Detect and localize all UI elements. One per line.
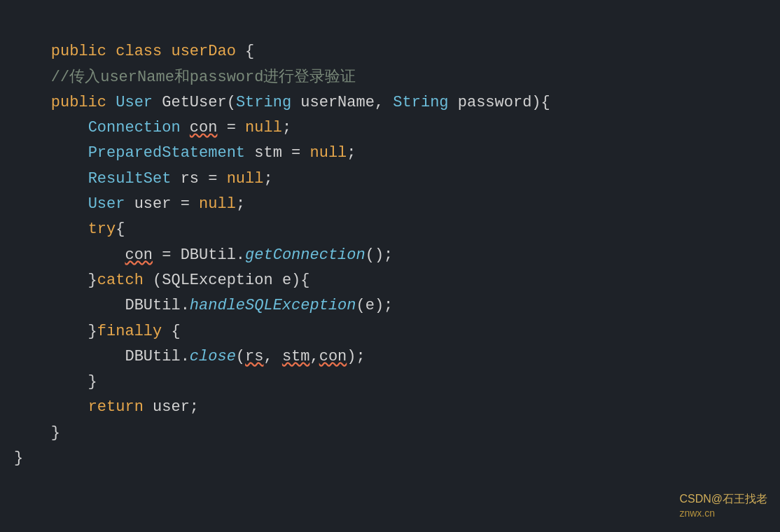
line-2: //传入userName和password进行登录验证 — [14, 69, 356, 86]
line-14: } — [14, 373, 97, 391]
line-15: return user; — [14, 398, 199, 416]
code-container: public class userDao { //传入userName和pass… — [0, 0, 780, 532]
line-17: } — [14, 449, 23, 467]
line-5: PreparedStatement stm = null; — [14, 144, 356, 162]
line-8: try{ — [14, 220, 125, 238]
line-4: Connection con = null; — [14, 119, 291, 136]
line-12: }finally { — [14, 323, 181, 340]
line-1: public class userDao { — [51, 43, 254, 60]
line-6: ResultSet rs = null; — [14, 170, 273, 188]
line-11: DBUtil.handleSQLException(e); — [14, 297, 393, 314]
watermark-csdn: CSDN — [679, 493, 711, 505]
watermark: CSDN@石王找老 znwx.cn — [679, 492, 767, 519]
line-10: }catch (SQLException e){ — [14, 272, 309, 289]
line-3: public User GetUser(String userName, Str… — [14, 94, 550, 111]
line-9: con = DBUtil.getConnection(); — [14, 246, 393, 264]
line-16: } — [14, 424, 60, 442]
code-block: public class userDao { //传入userName和pass… — [14, 14, 780, 522]
line-13: DBUtil.close(rs, stm,con); — [14, 348, 365, 365]
watermark-domain: znwx.cn — [679, 507, 715, 519]
line-7: User user = null; — [14, 195, 245, 213]
watermark-at: @石王找老 — [711, 493, 767, 505]
